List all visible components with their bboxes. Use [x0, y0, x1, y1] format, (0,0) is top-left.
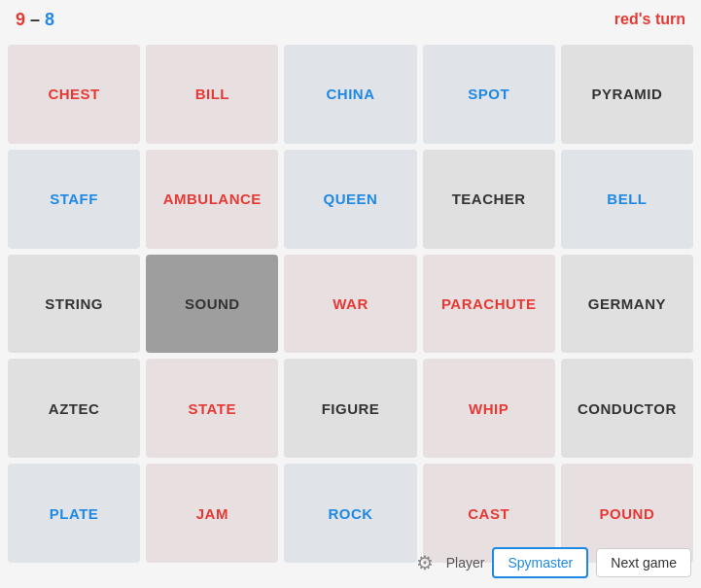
settings-icon[interactable]: ⚙: [411, 549, 438, 576]
card-whip[interactable]: WHIP: [423, 359, 555, 458]
card-rock[interactable]: ROCK: [284, 464, 416, 563]
card-pyramid[interactable]: PYRAMID: [561, 45, 693, 144]
card-teacher[interactable]: TEACHER: [423, 150, 555, 249]
card-bell[interactable]: BELL: [561, 150, 693, 249]
card-state[interactable]: STATE: [146, 359, 278, 458]
card-staff[interactable]: STAFF: [8, 150, 140, 249]
card-china[interactable]: CHINA: [284, 45, 416, 144]
card-bill[interactable]: BILL: [146, 45, 278, 144]
next-game-button[interactable]: Next game: [596, 548, 691, 577]
card-chest[interactable]: CHEST: [8, 45, 140, 144]
card-queen[interactable]: QUEEN: [284, 150, 416, 249]
score-display: 9 – 8: [16, 10, 54, 30]
turn-indicator: red's turn: [614, 11, 685, 28]
card-aztec[interactable]: AZTEC: [8, 359, 140, 458]
card-spot[interactable]: SPOT: [423, 45, 555, 144]
blue-score: 8: [45, 10, 54, 29]
spymaster-button[interactable]: Spymaster: [492, 547, 588, 578]
card-grid: CHESTBILLCHINASPOTPYRAMIDSTAFFAMBULANCEQ…: [0, 39, 701, 569]
header: 9 – 8 red's turn: [0, 0, 701, 39]
red-score: 9: [16, 10, 25, 29]
score-dash: –: [30, 10, 40, 29]
card-figure[interactable]: FIGURE: [284, 359, 416, 458]
footer: ⚙ Player Spymaster Next game: [411, 547, 691, 578]
card-war[interactable]: WAR: [284, 255, 416, 354]
card-ambulance[interactable]: AMBULANCE: [146, 150, 278, 249]
card-germany[interactable]: GERMANY: [561, 255, 693, 354]
card-sound[interactable]: SOUND: [146, 255, 278, 354]
card-plate[interactable]: PLATE: [8, 464, 140, 563]
player-label: Player: [446, 555, 485, 571]
card-parachute[interactable]: PARACHUTE: [423, 255, 555, 354]
card-string[interactable]: STRING: [8, 255, 140, 354]
card-conductor[interactable]: CONDUCTOR: [561, 359, 693, 458]
card-jam[interactable]: JAM: [146, 464, 278, 563]
